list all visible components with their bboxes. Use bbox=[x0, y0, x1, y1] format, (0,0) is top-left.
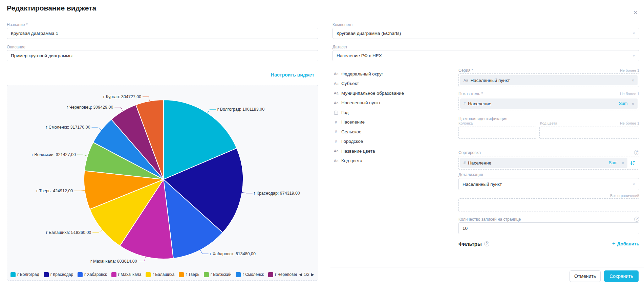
legend-item-г Череповец[interactable]: г Череповец bbox=[268, 272, 297, 277]
dataset-field-Субъект[interactable]: АаСубъект bbox=[334, 79, 446, 89]
legend-swatch bbox=[236, 272, 241, 277]
number-type-icon: # bbox=[464, 102, 466, 106]
legend-swatch bbox=[204, 272, 209, 277]
legend-swatch bbox=[146, 272, 151, 277]
dataset-field-Код цвета[interactable]: АаКод цвета bbox=[334, 156, 446, 166]
help-icon[interactable]: ? bbox=[484, 241, 489, 246]
legend-item-г Волгоград[interactable]: г Волгоград bbox=[10, 272, 39, 277]
legend-item-г Волжский[interactable]: г Волжский bbox=[204, 272, 232, 277]
sorting-dropzone[interactable]: # Население Sum × bbox=[458, 156, 639, 170]
dataset-select[interactable]: Население РФ с HEX ∨ bbox=[332, 50, 639, 61]
dataset-field-label: Население bbox=[341, 119, 365, 125]
legend-label: г Тверь bbox=[186, 272, 199, 277]
legend-page-indicator: 1/2 bbox=[304, 272, 309, 277]
chart-legend: г Волгоградг Краснодарг Хабаровскг Махач… bbox=[10, 271, 315, 278]
legend-swatch bbox=[78, 272, 83, 277]
series-chip[interactable]: Аа Населенный пункт × bbox=[460, 75, 638, 85]
legend-item-г Смоленск[interactable]: г Смоленск bbox=[236, 272, 264, 277]
remove-icon[interactable]: × bbox=[631, 78, 634, 83]
dataset-field-Сельское[interactable]: #Сельское bbox=[334, 127, 446, 137]
sorting-label: Сортировка bbox=[458, 150, 481, 155]
save-button[interactable]: Сохранить bbox=[604, 270, 639, 282]
add-filter-button[interactable]: + Добавить bbox=[612, 240, 639, 247]
help-icon[interactable]: ? bbox=[634, 150, 639, 155]
pie-label-line bbox=[92, 127, 101, 130]
color-column-dropzone[interactable] bbox=[458, 127, 536, 139]
extra-dropzone[interactable] bbox=[458, 198, 639, 212]
sorting-chip-label: Население bbox=[468, 160, 609, 166]
dataset-field-Год[interactable]: Год bbox=[334, 108, 446, 117]
series-dropzone[interactable]: Аа Населенный пункт × bbox=[458, 73, 639, 87]
help-icon[interactable]: ? bbox=[634, 217, 639, 222]
configure-widget-link[interactable]: Настроить виджет bbox=[7, 72, 314, 78]
legend-swatch bbox=[268, 272, 273, 277]
color-ident-limit: Не более 1 bbox=[620, 121, 639, 125]
color-code-dropzone[interactable] bbox=[539, 127, 639, 139]
pie-label: г Череповец: 309429,00 bbox=[67, 105, 113, 110]
legend-item-г Хабаровск[interactable]: г Хабаровск bbox=[78, 272, 107, 277]
add-filter-label: Добавить bbox=[617, 241, 639, 246]
legend-label: г Смоленск bbox=[242, 272, 264, 277]
aggregation-badge[interactable]: Sum bbox=[609, 160, 618, 165]
pie-label: г Волгоград: 1001183,00 bbox=[217, 107, 264, 112]
pie-label-line bbox=[77, 155, 87, 156]
cancel-button[interactable]: Отменить bbox=[570, 270, 601, 282]
string-type-icon: Аа bbox=[464, 78, 468, 82]
description-input[interactable] bbox=[7, 50, 318, 61]
detail-select[interactable]: Населенный пункт ∨ bbox=[458, 178, 639, 190]
series-label: Серия * bbox=[458, 68, 473, 73]
detail-label: Детализация bbox=[458, 172, 483, 177]
legend-item-г Махачкала[interactable]: г Махачкала bbox=[111, 272, 142, 277]
legend-next-icon[interactable]: ▶ bbox=[310, 272, 315, 277]
dataset-field-Населенный пункт[interactable]: АаНаселенный пункт bbox=[334, 98, 446, 108]
string-type-icon: Аа bbox=[334, 72, 341, 76]
pie-label-line bbox=[242, 193, 253, 193]
page-size-label: Количество записей на странице bbox=[458, 217, 521, 222]
detail-value: Населенный пункт bbox=[463, 182, 632, 187]
legend-prev-icon[interactable]: ◀ bbox=[298, 272, 303, 277]
legend-label: г Балашиха bbox=[152, 272, 174, 277]
sort-descending-icon[interactable] bbox=[627, 160, 638, 166]
dataset-field-Население[interactable]: #Население bbox=[334, 117, 446, 127]
pie-label: г Краснодар: 974319,00 bbox=[254, 191, 300, 196]
remove-icon[interactable]: × bbox=[631, 101, 634, 106]
edit-widget-dialog: Редактирование виджета × Название * Опис… bbox=[0, 0, 644, 285]
close-icon[interactable]: × bbox=[631, 8, 640, 17]
number-type-icon: # bbox=[464, 161, 466, 165]
footer-divider bbox=[330, 267, 644, 267]
dataset-field-Федеральный округ[interactable]: АаФедеральный округ bbox=[334, 69, 446, 79]
legend-label: г Махачкала bbox=[118, 272, 142, 277]
dataset-field-Название цвета[interactable]: АаНазвание цвета bbox=[334, 146, 446, 156]
dataset-field-label: Городское bbox=[341, 139, 363, 144]
legend-item-г Балашиха[interactable]: г Балашиха bbox=[146, 272, 174, 277]
legend-item-г Краснодар[interactable]: г Краснодар bbox=[44, 272, 73, 277]
metric-chip[interactable]: # Население Sum × bbox=[460, 98, 638, 109]
pie-chart: г Волгоград: 1001183,00г Краснодар: 9743… bbox=[7, 85, 319, 281]
chevron-down-icon: ∨ bbox=[632, 54, 635, 57]
chart-preview-panel: г Волгоград: 1001183,00г Краснодар: 9743… bbox=[7, 85, 318, 281]
no-limit-label: Без ограничений bbox=[458, 194, 639, 198]
component-select[interactable]: Круговая диаграмма (ECharts) ∨ bbox=[332, 28, 639, 39]
remove-icon[interactable]: × bbox=[621, 160, 624, 166]
aggregation-badge[interactable]: Sum bbox=[619, 101, 628, 106]
name-input[interactable] bbox=[7, 28, 318, 39]
sorting-chip[interactable]: # Население Sum × bbox=[460, 158, 627, 168]
pie-label-line bbox=[114, 107, 123, 111]
color-ident-label: Цветовая идентификация bbox=[458, 116, 507, 121]
dataset-field-label: Сельское bbox=[341, 129, 362, 134]
legend-items: г Волгоградг Краснодарг Хабаровскг Махач… bbox=[10, 272, 297, 277]
dataset-field-Муниципальное образование[interactable]: АаМуниципальное образование bbox=[334, 88, 446, 98]
page-size-input[interactable] bbox=[458, 222, 639, 234]
pie-label: г Махачкала: 603614,00 bbox=[90, 259, 137, 264]
dataset-field-Городское[interactable]: #Городское bbox=[334, 137, 446, 147]
color-column-label: Колонка bbox=[458, 121, 473, 125]
legend-label: г Волжский bbox=[211, 272, 232, 277]
pie-label: г Тверь: 424912,00 bbox=[36, 189, 73, 193]
legend-pager: ◀ 1/2 ▶ bbox=[298, 272, 315, 277]
pie-label-line bbox=[208, 109, 216, 113]
dataset-field-label: Населенный пункт bbox=[341, 100, 381, 105]
number-type-icon: # bbox=[334, 130, 341, 134]
metric-dropzone[interactable]: # Население Sum × bbox=[458, 97, 639, 110]
legend-swatch bbox=[111, 272, 116, 277]
legend-item-г Тверь[interactable]: г Тверь bbox=[179, 272, 199, 277]
